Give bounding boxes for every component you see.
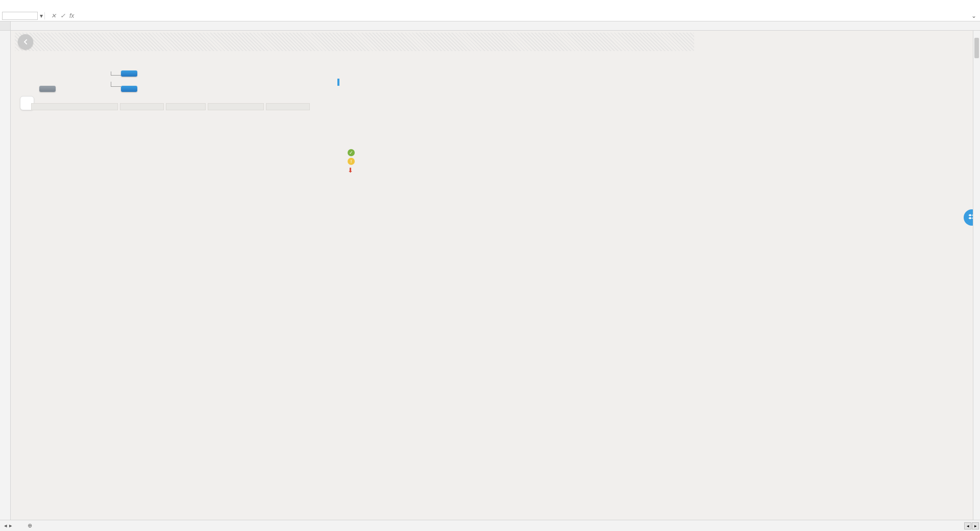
arrow-left-icon [21, 38, 30, 46]
th-total [208, 103, 264, 110]
sub-btn-raw-materials[interactable] [121, 70, 137, 77]
legend: ✓ ! ⬇ [348, 149, 358, 176]
th-growth [266, 103, 310, 110]
page-header [15, 33, 694, 51]
formula-bar: ▾ ✕ ✓ fx ⌄ [0, 10, 980, 21]
sub-btn-purchase-materials[interactable] [39, 86, 56, 92]
formula-accept-icon[interactable]: ✓ [60, 12, 65, 19]
formula-icons: ✕ ✓ fx [48, 12, 77, 19]
header-hatched-bg [15, 33, 694, 51]
sheet-content[interactable]: ✓ ! ⬇ [11, 31, 980, 521]
th-price [120, 103, 164, 110]
column-headers [0, 21, 980, 31]
th-product [31, 103, 118, 110]
select-all-corner[interactable] [0, 21, 11, 30]
name-box[interactable] [2, 12, 38, 20]
formula-input[interactable] [77, 13, 970, 19]
formula-cancel-icon[interactable]: ✕ [51, 12, 56, 19]
connector-line [111, 82, 121, 87]
sub-btn-cost-vat[interactable] [121, 86, 137, 92]
connector-line [111, 71, 121, 76]
name-box-dropdown-icon[interactable]: ▾ [38, 12, 45, 19]
back-button[interactable] [18, 34, 33, 50]
row-headers [0, 31, 11, 521]
sheet-tabs: ◂ ▸ ⊕ ◂ ▸ [0, 520, 980, 521]
scrollbar-thumb[interactable] [974, 38, 979, 58]
formula-expand-icon[interactable]: ⌄ [970, 12, 978, 19]
explanation-panel [337, 79, 970, 86]
warning-icon: ! [348, 158, 355, 165]
vertical-scrollbar[interactable] [973, 31, 980, 520]
formula-fx-icon[interactable]: fx [69, 12, 74, 19]
arrow-down-icon: ⬇ [348, 166, 353, 174]
th-qty [166, 103, 206, 110]
check-icon: ✓ [348, 149, 355, 156]
